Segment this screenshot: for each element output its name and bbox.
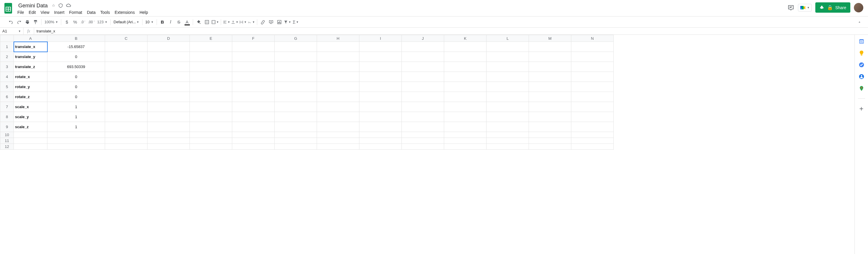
col-header-C[interactable]: C	[105, 35, 148, 42]
font-select[interactable]: Default (Ari...▼	[113, 20, 141, 24]
row-header-4[interactable]: 4	[0, 72, 14, 82]
cell-H12[interactable]	[317, 144, 360, 150]
cell-F1[interactable]	[232, 42, 275, 52]
cell-D7[interactable]	[148, 102, 190, 112]
cell-N11[interactable]	[571, 138, 614, 144]
cell-C9[interactable]	[105, 122, 148, 132]
menu-extensions[interactable]: Extensions	[113, 9, 136, 16]
share-button[interactable]: 🔒 Share	[815, 2, 850, 13]
cell-G5[interactable]	[275, 82, 317, 92]
insert-comment-button[interactable]	[267, 18, 275, 26]
cell-G7[interactable]	[275, 102, 317, 112]
cell-B5[interactable]: 0	[48, 82, 105, 92]
cell-G12[interactable]	[275, 144, 317, 150]
sheets-logo[interactable]	[2, 2, 14, 14]
cell-F5[interactable]	[232, 82, 275, 92]
cell-J9[interactable]	[402, 122, 444, 132]
cell-H1[interactable]	[317, 42, 360, 52]
text-color-button[interactable]: A	[183, 18, 191, 26]
paint-format-button[interactable]	[32, 18, 39, 26]
cell-A8[interactable]: scale_y	[14, 112, 48, 122]
cell-B12[interactable]	[48, 144, 105, 150]
col-header-I[interactable]: I	[360, 35, 402, 42]
cell-M7[interactable]	[529, 102, 571, 112]
cell-K5[interactable]	[444, 82, 487, 92]
cell-N9[interactable]	[571, 122, 614, 132]
cell-E10[interactable]	[190, 132, 232, 138]
cell-H6[interactable]	[317, 92, 360, 102]
cell-A10[interactable]	[14, 132, 48, 138]
cell-K6[interactable]	[444, 92, 487, 102]
cell-F11[interactable]	[232, 138, 275, 144]
cell-L8[interactable]	[487, 112, 529, 122]
cell-I4[interactable]	[360, 72, 402, 82]
cell-I7[interactable]	[360, 102, 402, 112]
cell-C1[interactable]	[105, 42, 148, 52]
cell-N6[interactable]	[571, 92, 614, 102]
cell-L9[interactable]	[487, 122, 529, 132]
borders-button[interactable]	[203, 18, 211, 26]
cell-K1[interactable]	[444, 42, 487, 52]
name-box[interactable]: A1▼	[0, 28, 24, 34]
star-icon[interactable]: ☆	[52, 3, 55, 8]
cell-J1[interactable]	[402, 42, 444, 52]
menu-view[interactable]: View	[38, 9, 52, 16]
cell-N7[interactable]	[571, 102, 614, 112]
cell-D8[interactable]	[148, 112, 190, 122]
cell-E11[interactable]	[190, 138, 232, 144]
cell-J10[interactable]	[402, 132, 444, 138]
cell-F3[interactable]	[232, 62, 275, 72]
cell-D10[interactable]	[148, 132, 190, 138]
insert-link-button[interactable]	[259, 18, 267, 26]
cell-K11[interactable]	[444, 138, 487, 144]
cell-E3[interactable]	[190, 62, 232, 72]
format-percent-button[interactable]: %	[71, 18, 79, 26]
cell-I5[interactable]	[360, 82, 402, 92]
menu-tools[interactable]: Tools	[98, 9, 112, 16]
increase-decimal-button[interactable]: .00→	[88, 18, 95, 26]
horizontal-align-button[interactable]: ▼	[223, 18, 230, 26]
decrease-decimal-button[interactable]: .0←	[80, 18, 87, 26]
cell-D3[interactable]	[148, 62, 190, 72]
cell-C8[interactable]	[105, 112, 148, 122]
cell-C10[interactable]	[105, 132, 148, 138]
cell-E8[interactable]	[190, 112, 232, 122]
undo-button[interactable]	[7, 18, 15, 26]
col-header-N[interactable]: N	[571, 35, 614, 42]
redo-button[interactable]	[15, 18, 23, 26]
cell-F8[interactable]	[232, 112, 275, 122]
row-header-9[interactable]: 9	[0, 122, 14, 132]
zoom-select[interactable]: 100%▼	[43, 20, 59, 24]
insert-chart-button[interactable]	[276, 18, 283, 26]
row-header-11[interactable]: 11	[0, 138, 14, 144]
cell-I8[interactable]	[360, 112, 402, 122]
cell-L10[interactable]	[487, 132, 529, 138]
more-formats-button[interactable]: 123▼	[96, 20, 108, 24]
cell-J3[interactable]	[402, 62, 444, 72]
cell-M8[interactable]	[529, 112, 571, 122]
cell-N12[interactable]	[571, 144, 614, 150]
cell-E4[interactable]	[190, 72, 232, 82]
col-header-K[interactable]: K	[444, 35, 487, 42]
cell-D2[interactable]	[148, 52, 190, 62]
cell-B8[interactable]: 1	[48, 112, 105, 122]
cell-J4[interactable]	[402, 72, 444, 82]
col-header-E[interactable]: E	[190, 35, 232, 42]
cell-K10[interactable]	[444, 132, 487, 138]
cell-N3[interactable]	[571, 62, 614, 72]
cell-E9[interactable]	[190, 122, 232, 132]
cell-C5[interactable]	[105, 82, 148, 92]
cell-E5[interactable]	[190, 82, 232, 92]
cell-G6[interactable]	[275, 92, 317, 102]
vertical-align-button[interactable]: ▼	[231, 18, 239, 26]
col-header-F[interactable]: F	[232, 35, 275, 42]
cell-I1[interactable]	[360, 42, 402, 52]
row-header-10[interactable]: 10	[0, 132, 14, 138]
collapse-toolbar-button[interactable]	[856, 18, 863, 26]
format-currency-button[interactable]: $	[63, 18, 71, 26]
cell-G4[interactable]	[275, 72, 317, 82]
cell-J11[interactable]	[402, 138, 444, 144]
col-header-G[interactable]: G	[275, 35, 317, 42]
col-header-D[interactable]: D	[148, 35, 190, 42]
cell-L3[interactable]	[487, 62, 529, 72]
